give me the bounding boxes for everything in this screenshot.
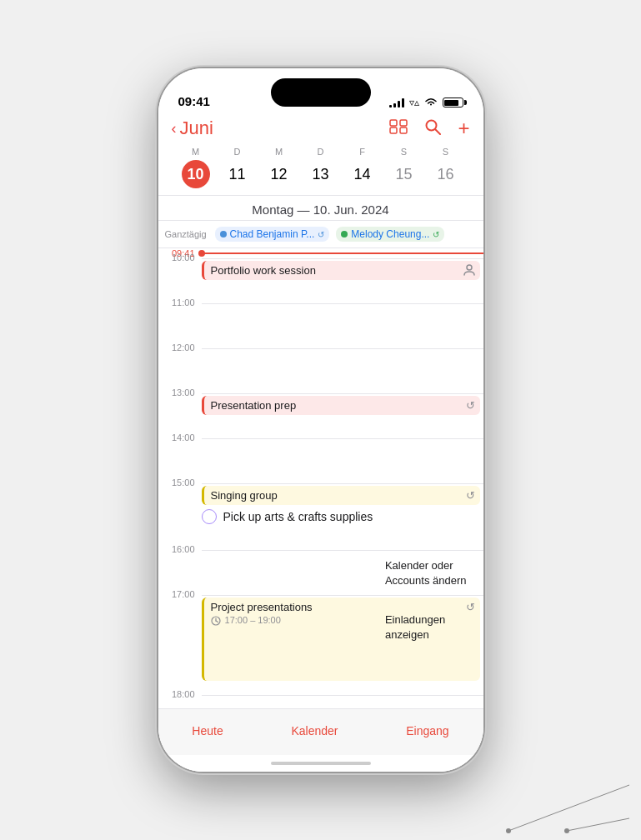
day-header: Montag — 10. Jun. 2024	[158, 195, 483, 220]
day-number: 13	[307, 160, 335, 188]
allday-event-chad[interactable]: Chad Benjamin P... ↺	[215, 227, 330, 242]
day-number: 11	[223, 160, 252, 188]
event-title: Project presentations	[211, 601, 313, 613]
allday-section: Ganztägig Chad Benjamin P... ↺ Melody Ch…	[158, 220, 483, 248]
event-title: Singing group	[211, 489, 278, 502]
time-label: 13:00	[158, 388, 202, 398]
svg-point-13	[564, 828, 569, 833]
annotation-eingang: Einladungenanzeigen	[385, 612, 467, 642]
back-arrow-icon[interactable]: ‹	[172, 120, 177, 138]
day-col-thu[interactable]: D 13	[303, 147, 339, 188]
grid-view-icon[interactable]	[389, 119, 408, 138]
add-event-icon[interactable]: +	[458, 117, 469, 140]
time-line	[202, 438, 483, 483]
current-time-line	[202, 252, 483, 254]
event-presentation[interactable]: Presentation prep ↺	[202, 396, 480, 415]
tab-heute[interactable]: Heute	[192, 724, 223, 738]
task-title: Pick up arts & crafts supplies	[223, 510, 373, 523]
time-line	[202, 348, 483, 393]
calendar-header: ‹ Juni	[158, 113, 483, 195]
refresh-icon: ↺	[466, 601, 475, 613]
time-label: 16:00	[158, 544, 202, 554]
svg-line-5	[435, 129, 440, 134]
home-indicator	[158, 755, 483, 772]
day-col-sat[interactable]: S 15	[386, 147, 423, 188]
time-label: 12:00	[158, 342, 202, 352]
week-row: M 10 D 11 M 12 D 13	[172, 147, 470, 188]
time-label: 11:00	[158, 298, 202, 308]
time-line: Presentation prep ↺	[202, 393, 483, 438]
tab-kalender[interactable]: Kalender	[291, 724, 338, 738]
time-slot-18: 18:00	[158, 695, 483, 708]
annotation-labels: Kalender oderAccounts ändern Einladungen…	[385, 558, 467, 642]
time-slot-10: 10:00 Portfolio work session	[158, 258, 483, 303]
event-singing[interactable]: Singing group ↺	[202, 486, 480, 505]
event-dot	[220, 231, 227, 238]
time-label: 10:00	[158, 252, 202, 262]
header-top: ‹ Juni	[172, 117, 470, 140]
svg-line-10	[508, 785, 629, 831]
day-col-sun[interactable]: S 16	[428, 147, 464, 188]
time-slot-14: 14:00	[158, 438, 483, 483]
event-time-text: 17:00 – 19:00	[211, 615, 281, 625]
day-col-mon[interactable]: M 10	[178, 147, 214, 188]
tab-eingang[interactable]: Eingang	[406, 724, 448, 738]
signal-icon	[389, 98, 404, 108]
day-col-fri[interactable]: F 14	[344, 147, 381, 188]
task-arts-crafts[interactable]: Pick up arts & crafts supplies	[202, 506, 483, 528]
event-dot	[341, 231, 348, 238]
time-slot-13: 13:00 Presentation prep ↺	[158, 393, 483, 438]
svg-rect-3	[400, 128, 407, 133]
wifi-icon: ▿▵	[409, 97, 419, 108]
day-col-tue[interactable]: D 11	[219, 147, 256, 188]
time-line: Portfolio work session	[202, 258, 483, 303]
svg-rect-0	[390, 120, 397, 126]
svg-point-6	[467, 265, 472, 270]
task-circle-icon	[202, 509, 217, 524]
time-label: 15:00	[158, 478, 202, 488]
day-number: 15	[390, 160, 418, 188]
day-label: S	[443, 147, 448, 157]
status-time: 09:41	[178, 94, 210, 108]
svg-line-9	[216, 621, 218, 622]
day-col-wed[interactable]: M 12	[261, 147, 298, 188]
time-label: 14:00	[158, 432, 202, 442]
day-number-today: 10	[182, 160, 210, 188]
day-label: D	[318, 147, 324, 157]
svg-point-12	[506, 828, 511, 833]
annotation-kalender: Kalender oderAccounts ändern	[385, 558, 467, 588]
attendee-icon	[463, 264, 475, 278]
day-number: 12	[265, 160, 293, 188]
allday-event-name: Melody Cheung...	[351, 228, 429, 240]
month-nav[interactable]: ‹ Juni	[172, 118, 213, 139]
time-slot-11: 11:00	[158, 303, 483, 348]
day-number: 16	[432, 160, 460, 188]
day-number: 14	[348, 160, 377, 188]
current-time-indicator: 09:41	[158, 248, 483, 258]
status-icons: ▿▵	[389, 97, 463, 108]
time-line	[202, 303, 483, 348]
event-title: Portfolio work session	[211, 264, 316, 277]
refresh-icon: ↺	[466, 489, 475, 502]
month-title[interactable]: Juni	[180, 118, 213, 139]
svg-line-11	[567, 818, 629, 831]
refresh-icon: ↺	[433, 230, 439, 239]
allday-label: Ganztägig	[165, 229, 208, 239]
day-label: D	[234, 147, 241, 157]
app-content: ‹ Juni	[158, 113, 483, 772]
time-slot-15: 15:00 Singing group ↺ Pick up arts & cra…	[158, 483, 483, 550]
time-label: 18:00	[158, 689, 202, 699]
search-icon[interactable]	[424, 118, 441, 139]
tab-bar: Heute Kalender Eingang	[158, 708, 483, 755]
time-line	[202, 695, 483, 708]
time-line: Singing group ↺ Pick up arts & crafts su…	[202, 483, 483, 528]
header-actions: +	[389, 117, 469, 140]
battery-icon	[443, 98, 463, 108]
allday-event-melody[interactable]: Melody Cheung... ↺	[336, 227, 444, 242]
day-label: M	[275, 147, 283, 157]
dynamic-island	[271, 78, 371, 107]
home-bar	[271, 762, 371, 765]
refresh-icon: ↺	[466, 399, 475, 412]
svg-rect-1	[400, 120, 407, 126]
event-portfolio[interactable]: Portfolio work session	[202, 261, 480, 280]
